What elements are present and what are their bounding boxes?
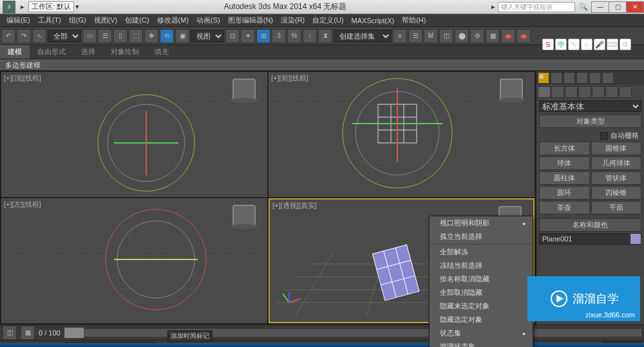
ref-coord-select[interactable]: 视图 — [191, 30, 224, 42]
display-icon[interactable] — [589, 72, 601, 84]
ctx-unhide-all[interactable]: 全部取消隐藏 — [430, 286, 533, 299]
viewport-front[interactable]: [+][前][线框] — [269, 72, 535, 197]
ctx-lighting[interactable]: 视口照明和阴影▸ — [430, 216, 533, 230]
link-icon[interactable] — [564, 72, 575, 84]
ctx-hide-sel[interactable]: 隐藏选定对象 — [430, 313, 533, 326]
workspace-chevron[interactable]: ▸ — [21, 3, 24, 11]
angle-snap[interactable]: 3 — [272, 29, 286, 43]
tab-cameras[interactable] — [578, 86, 591, 98]
curve-editor-button[interactable]: M — [424, 29, 438, 43]
app-icon[interactable]: 3 — [3, 1, 15, 14]
rollout-object-type[interactable]: 对象类型 — [539, 115, 641, 128]
menu-script[interactable]: MAXScript(X) — [348, 15, 399, 26]
ctx-unhide-name[interactable]: 按名称取消隐藏 — [430, 272, 533, 286]
ime-keyboard-icon[interactable]: ⌨ — [607, 39, 618, 50]
ctx-freeze-sel[interactable]: 冻结当前选择 — [430, 259, 533, 272]
asterisk-icon[interactable]: ✱ — [538, 72, 549, 84]
ime-lang-button[interactable]: 中 — [555, 39, 567, 50]
ribbon-tab-freeform[interactable]: 自由形式 — [30, 45, 73, 59]
arc-icon[interactable] — [551, 72, 562, 84]
timeline-config[interactable]: ▦ — [21, 326, 35, 340]
pivot-button[interactable]: ⊡ — [225, 29, 240, 43]
ctx-manage-states[interactable]: 管理状态集... — [430, 340, 533, 347]
ime-mic-icon[interactable]: 🎤 — [594, 39, 605, 50]
align-button[interactable]: ≡ — [393, 29, 407, 43]
slider-thumb[interactable] — [64, 328, 84, 338]
obj-pyramid[interactable]: 四棱锥 — [591, 186, 642, 200]
obj-cone[interactable]: 圆锥体 — [591, 142, 642, 155]
obj-plane[interactable]: 平面 — [591, 201, 642, 214]
ribbon-tab-select[interactable]: 选择 — [73, 45, 103, 59]
autogrid-row[interactable]: 自动栅格 — [539, 129, 641, 142]
tab-geometry[interactable] — [538, 86, 551, 98]
scale-button[interactable]: ▣ — [175, 29, 189, 43]
object-name-input[interactable]: Plane001 — [539, 233, 629, 245]
ime-settings-icon[interactable]: ⚙ — [620, 39, 631, 50]
obj-box[interactable]: 长方体 — [539, 142, 590, 155]
menu-help[interactable]: 帮助(H) — [398, 14, 430, 26]
select-name-button[interactable]: ☰ — [98, 29, 112, 43]
obj-torus[interactable]: 圆环 — [539, 186, 590, 200]
select-button[interactable]: ▭ — [82, 29, 97, 43]
minimize-button[interactable]: — — [591, 1, 609, 13]
manip-button[interactable]: ✦ — [241, 29, 255, 43]
obj-geosphere[interactable]: 几何球体 — [591, 156, 642, 170]
viewport-top[interactable]: [+][顶][线框] — [1, 72, 267, 197]
ribbon-tab-paint[interactable]: 对象绘制 — [103, 45, 147, 59]
tab-shapes[interactable] — [551, 86, 564, 98]
object-color-swatch[interactable] — [630, 233, 641, 245]
menu-modifier[interactable]: 修改器(M) — [153, 14, 193, 26]
tab-spacewarps[interactable] — [605, 86, 618, 98]
menu-anim[interactable]: 动画(S) — [193, 14, 224, 26]
undo-button[interactable]: ↶ — [1, 29, 15, 43]
menu-custom[interactable]: 自定义(U) — [308, 14, 347, 26]
window-crossing-button[interactable]: ⬚ — [129, 29, 143, 43]
menu-group[interactable]: 组(G) — [65, 14, 90, 26]
material-button[interactable]: ⬤ — [455, 29, 469, 43]
ime-emoji-icon[interactable]: ☺ — [581, 39, 592, 50]
ime-logo-icon[interactable]: S — [542, 39, 554, 50]
snap-toggle[interactable]: ⊞ — [256, 29, 270, 43]
menu-edit[interactable]: 编辑(E) — [3, 14, 34, 26]
menu-graph[interactable]: 图形编辑器(N) — [224, 14, 277, 26]
maximize-button[interactable]: ▢ — [609, 1, 627, 13]
viewport-left[interactable]: [+][左][线框] — [1, 198, 267, 323]
spinner-snap[interactable]: ↕ — [303, 29, 317, 43]
render-button[interactable]: 🫖 — [501, 29, 515, 43]
geometry-type-select[interactable]: 标准基本体 — [539, 100, 641, 112]
ribbon-tab-modeling[interactable]: 建模 — [0, 45, 30, 59]
tab-helpers[interactable] — [592, 86, 605, 98]
ctx-isolate[interactable]: 孤立当前选择 — [430, 230, 533, 243]
menu-tools[interactable]: 工具(T) — [34, 14, 65, 26]
layers-button[interactable]: ☰ — [408, 29, 422, 43]
tab-lights[interactable] — [565, 86, 578, 98]
motion-icon[interactable] — [576, 72, 588, 84]
ctx-state-sets[interactable]: 状态集▸ — [430, 326, 533, 340]
redo-button[interactable]: ↷ — [17, 29, 31, 43]
rollout-name-color[interactable]: 名称和颜色 — [539, 218, 641, 232]
schematic-button[interactable]: ◫ — [439, 29, 453, 43]
menu-view[interactable]: 视图(V) — [90, 14, 122, 26]
timeline-toggle[interactable]: ◫ — [3, 326, 17, 340]
add-time-marker[interactable]: 添加时间标记 — [167, 330, 213, 342]
selection-filter[interactable]: 全部 — [48, 30, 81, 42]
link-button[interactable]: ∿ — [32, 29, 46, 43]
render-frame-button[interactable]: ▦ — [486, 29, 500, 43]
search-icon[interactable]: 🔍 — [579, 3, 588, 11]
ime-refresh-icon[interactable]: ↻ — [568, 39, 580, 50]
move-button[interactable]: ✥ — [144, 29, 158, 43]
select-region-button[interactable]: ▯ — [113, 29, 128, 43]
ctx-unfreeze-all[interactable]: 全部解冻 — [430, 245, 533, 259]
tab-systems[interactable] — [619, 86, 632, 98]
workspace-selector[interactable]: 工作区: 默认 — [28, 1, 74, 12]
obj-cylinder[interactable]: 圆柱体 — [539, 171, 590, 185]
percent-snap[interactable]: % — [287, 29, 301, 43]
render-setup-button[interactable]: ⚙ — [470, 29, 484, 43]
render-prod-button[interactable]: 🫖 — [516, 29, 531, 43]
ctx-hide-unsel[interactable]: 隐藏未选定对象 — [430, 299, 533, 313]
help-search-input[interactable]: 键入关键字或短语 — [498, 2, 575, 12]
close-button[interactable]: ✕ — [626, 1, 644, 13]
obj-tube[interactable]: 管状体 — [591, 171, 642, 185]
menu-create[interactable]: 创建(C) — [121, 14, 153, 26]
mirror-button[interactable]: ⧗ — [318, 29, 332, 43]
